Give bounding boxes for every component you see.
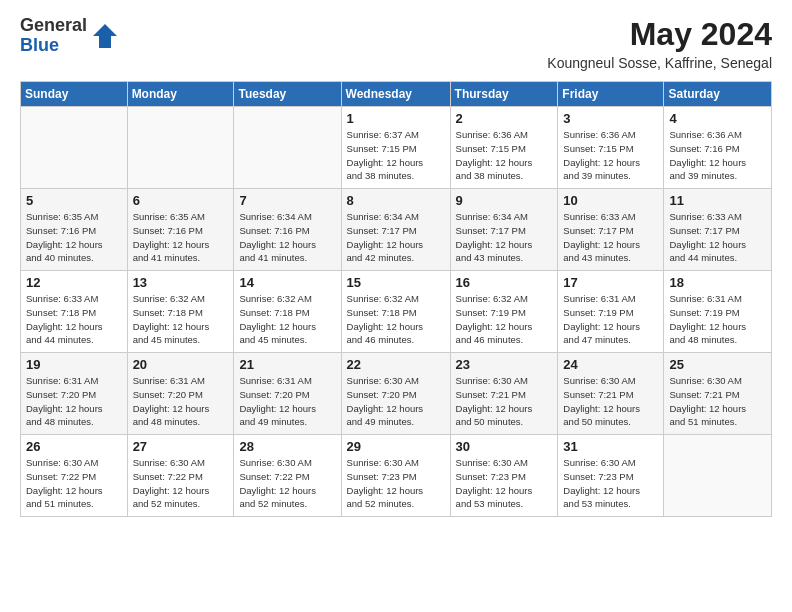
day-info: Sunrise: 6:30 AM Sunset: 7:22 PM Dayligh… (26, 456, 122, 511)
table-row: 26Sunrise: 6:30 AM Sunset: 7:22 PM Dayli… (21, 435, 128, 517)
table-row: 31Sunrise: 6:30 AM Sunset: 7:23 PM Dayli… (558, 435, 664, 517)
table-row: 20Sunrise: 6:31 AM Sunset: 7:20 PM Dayli… (127, 353, 234, 435)
calendar-table: Sunday Monday Tuesday Wednesday Thursday… (20, 81, 772, 517)
svg-marker-0 (93, 24, 117, 48)
table-row: 19Sunrise: 6:31 AM Sunset: 7:20 PM Dayli… (21, 353, 128, 435)
month-year-title: May 2024 (547, 16, 772, 53)
day-info: Sunrise: 6:32 AM Sunset: 7:18 PM Dayligh… (239, 292, 335, 347)
day-number: 12 (26, 275, 122, 290)
table-row: 24Sunrise: 6:30 AM Sunset: 7:21 PM Dayli… (558, 353, 664, 435)
day-info: Sunrise: 6:35 AM Sunset: 7:16 PM Dayligh… (26, 210, 122, 265)
day-info: Sunrise: 6:32 AM Sunset: 7:18 PM Dayligh… (133, 292, 229, 347)
day-number: 9 (456, 193, 553, 208)
day-number: 15 (347, 275, 445, 290)
table-row: 2Sunrise: 6:36 AM Sunset: 7:15 PM Daylig… (450, 107, 558, 189)
day-info: Sunrise: 6:31 AM Sunset: 7:20 PM Dayligh… (239, 374, 335, 429)
day-number: 28 (239, 439, 335, 454)
header-monday: Monday (127, 82, 234, 107)
logo-icon (91, 22, 119, 50)
page: General Blue May 2024 Koungneul Sosse, K… (0, 0, 792, 529)
day-number: 20 (133, 357, 229, 372)
day-info: Sunrise: 6:30 AM Sunset: 7:23 PM Dayligh… (456, 456, 553, 511)
day-number: 7 (239, 193, 335, 208)
table-row: 6Sunrise: 6:35 AM Sunset: 7:16 PM Daylig… (127, 189, 234, 271)
day-info: Sunrise: 6:32 AM Sunset: 7:19 PM Dayligh… (456, 292, 553, 347)
table-row: 29Sunrise: 6:30 AM Sunset: 7:23 PM Dayli… (341, 435, 450, 517)
day-number: 18 (669, 275, 766, 290)
day-info: Sunrise: 6:30 AM Sunset: 7:22 PM Dayligh… (133, 456, 229, 511)
day-info: Sunrise: 6:36 AM Sunset: 7:15 PM Dayligh… (456, 128, 553, 183)
table-row: 22Sunrise: 6:30 AM Sunset: 7:20 PM Dayli… (341, 353, 450, 435)
calendar-week-row: 26Sunrise: 6:30 AM Sunset: 7:22 PM Dayli… (21, 435, 772, 517)
day-info: Sunrise: 6:34 AM Sunset: 7:17 PM Dayligh… (456, 210, 553, 265)
day-number: 31 (563, 439, 658, 454)
table-row: 8Sunrise: 6:34 AM Sunset: 7:17 PM Daylig… (341, 189, 450, 271)
calendar-header-row: Sunday Monday Tuesday Wednesday Thursday… (21, 82, 772, 107)
table-row: 1Sunrise: 6:37 AM Sunset: 7:15 PM Daylig… (341, 107, 450, 189)
day-number: 26 (26, 439, 122, 454)
table-row (234, 107, 341, 189)
day-number: 23 (456, 357, 553, 372)
table-row: 27Sunrise: 6:30 AM Sunset: 7:22 PM Dayli… (127, 435, 234, 517)
header-saturday: Saturday (664, 82, 772, 107)
day-info: Sunrise: 6:33 AM Sunset: 7:17 PM Dayligh… (669, 210, 766, 265)
header-wednesday: Wednesday (341, 82, 450, 107)
day-info: Sunrise: 6:30 AM Sunset: 7:20 PM Dayligh… (347, 374, 445, 429)
day-info: Sunrise: 6:30 AM Sunset: 7:21 PM Dayligh… (563, 374, 658, 429)
table-row: 15Sunrise: 6:32 AM Sunset: 7:18 PM Dayli… (341, 271, 450, 353)
day-number: 16 (456, 275, 553, 290)
day-number: 19 (26, 357, 122, 372)
logo: General Blue (20, 16, 119, 56)
header-friday: Friday (558, 82, 664, 107)
table-row: 23Sunrise: 6:30 AM Sunset: 7:21 PM Dayli… (450, 353, 558, 435)
day-info: Sunrise: 6:31 AM Sunset: 7:20 PM Dayligh… (26, 374, 122, 429)
day-info: Sunrise: 6:30 AM Sunset: 7:22 PM Dayligh… (239, 456, 335, 511)
day-number: 25 (669, 357, 766, 372)
table-row (21, 107, 128, 189)
day-info: Sunrise: 6:32 AM Sunset: 7:18 PM Dayligh… (347, 292, 445, 347)
day-number: 17 (563, 275, 658, 290)
day-info: Sunrise: 6:31 AM Sunset: 7:19 PM Dayligh… (669, 292, 766, 347)
table-row: 16Sunrise: 6:32 AM Sunset: 7:19 PM Dayli… (450, 271, 558, 353)
table-row: 17Sunrise: 6:31 AM Sunset: 7:19 PM Dayli… (558, 271, 664, 353)
day-number: 8 (347, 193, 445, 208)
day-number: 2 (456, 111, 553, 126)
day-info: Sunrise: 6:31 AM Sunset: 7:20 PM Dayligh… (133, 374, 229, 429)
location-subtitle: Koungneul Sosse, Kaffrine, Senegal (547, 55, 772, 71)
day-number: 24 (563, 357, 658, 372)
logo-text: General Blue (20, 16, 87, 56)
calendar-week-row: 1Sunrise: 6:37 AM Sunset: 7:15 PM Daylig… (21, 107, 772, 189)
table-row: 13Sunrise: 6:32 AM Sunset: 7:18 PM Dayli… (127, 271, 234, 353)
table-row: 28Sunrise: 6:30 AM Sunset: 7:22 PM Dayli… (234, 435, 341, 517)
table-row: 9Sunrise: 6:34 AM Sunset: 7:17 PM Daylig… (450, 189, 558, 271)
day-info: Sunrise: 6:31 AM Sunset: 7:19 PM Dayligh… (563, 292, 658, 347)
day-info: Sunrise: 6:34 AM Sunset: 7:17 PM Dayligh… (347, 210, 445, 265)
header: General Blue May 2024 Koungneul Sosse, K… (20, 16, 772, 71)
table-row: 5Sunrise: 6:35 AM Sunset: 7:16 PM Daylig… (21, 189, 128, 271)
logo-blue: Blue (20, 36, 87, 56)
day-info: Sunrise: 6:34 AM Sunset: 7:16 PM Dayligh… (239, 210, 335, 265)
day-number: 21 (239, 357, 335, 372)
day-number: 27 (133, 439, 229, 454)
day-number: 10 (563, 193, 658, 208)
day-number: 14 (239, 275, 335, 290)
day-number: 22 (347, 357, 445, 372)
logo-general: General (20, 16, 87, 36)
day-number: 29 (347, 439, 445, 454)
day-number: 30 (456, 439, 553, 454)
table-row: 18Sunrise: 6:31 AM Sunset: 7:19 PM Dayli… (664, 271, 772, 353)
calendar-week-row: 5Sunrise: 6:35 AM Sunset: 7:16 PM Daylig… (21, 189, 772, 271)
table-row (664, 435, 772, 517)
table-row (127, 107, 234, 189)
day-info: Sunrise: 6:35 AM Sunset: 7:16 PM Dayligh… (133, 210, 229, 265)
table-row: 4Sunrise: 6:36 AM Sunset: 7:16 PM Daylig… (664, 107, 772, 189)
day-number: 1 (347, 111, 445, 126)
table-row: 25Sunrise: 6:30 AM Sunset: 7:21 PM Dayli… (664, 353, 772, 435)
day-number: 6 (133, 193, 229, 208)
day-number: 11 (669, 193, 766, 208)
calendar-week-row: 19Sunrise: 6:31 AM Sunset: 7:20 PM Dayli… (21, 353, 772, 435)
table-row: 3Sunrise: 6:36 AM Sunset: 7:15 PM Daylig… (558, 107, 664, 189)
header-sunday: Sunday (21, 82, 128, 107)
table-row: 21Sunrise: 6:31 AM Sunset: 7:20 PM Dayli… (234, 353, 341, 435)
day-number: 3 (563, 111, 658, 126)
